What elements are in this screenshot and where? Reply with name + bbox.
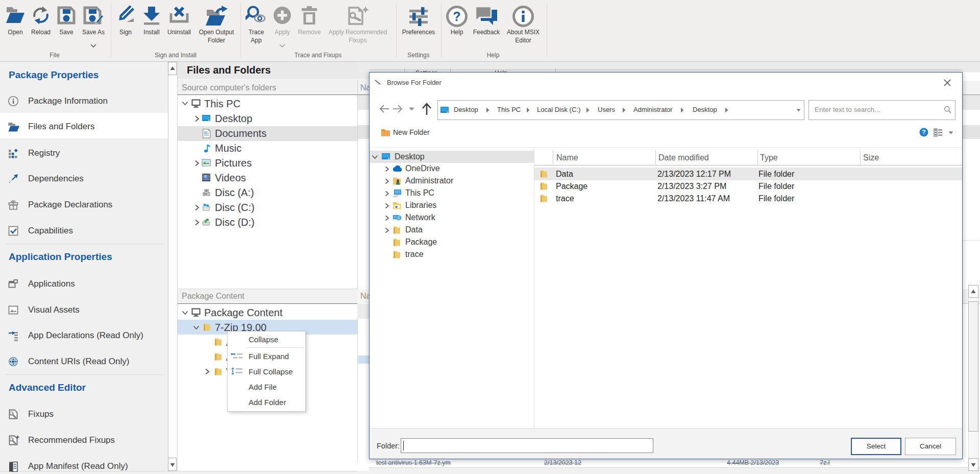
svg-text:?: ?: [922, 129, 925, 136]
svg-text:?: ?: [453, 9, 460, 23]
